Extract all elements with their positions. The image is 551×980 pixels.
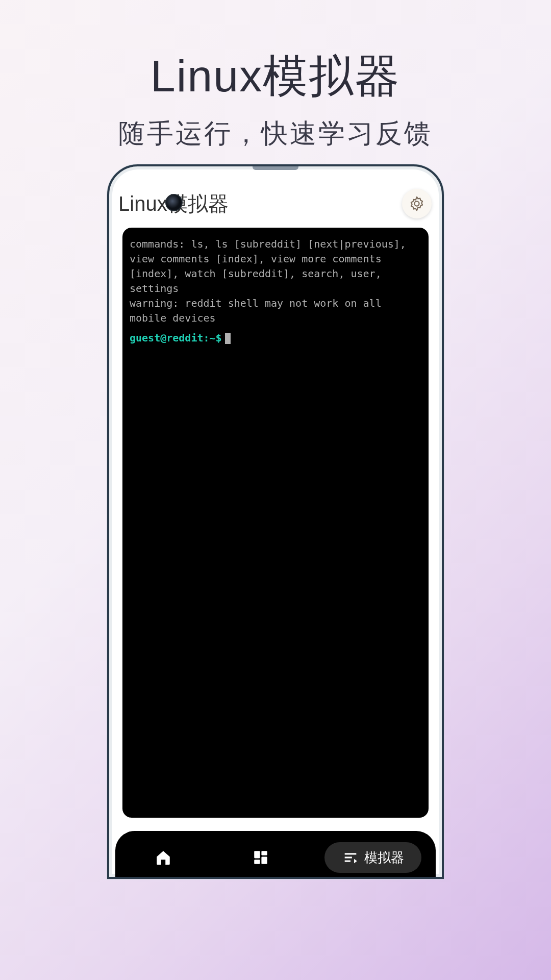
- phone-camera: [165, 194, 183, 211]
- svg-rect-1: [254, 851, 260, 858]
- svg-point-0: [414, 201, 419, 206]
- app-bar: Linux模拟器: [115, 186, 436, 222]
- terminal-window[interactable]: commands: ls, ls [subreddit] [next|previ…: [122, 228, 429, 818]
- home-icon: [155, 849, 172, 866]
- gear-icon: [408, 195, 425, 212]
- terminal-commands-text: commands: ls, ls [subreddit] [next|previ…: [130, 237, 421, 296]
- nav-home[interactable]: [130, 842, 196, 873]
- phone-speaker: [253, 166, 298, 170]
- terminal-cursor: [225, 333, 231, 344]
- settings-button[interactable]: [402, 189, 432, 218]
- bottom-nav: 模拟器: [115, 831, 436, 879]
- emulator-icon: [342, 849, 359, 866]
- dashboard-icon: [252, 849, 269, 866]
- nav-emulator[interactable]: 模拟器: [324, 842, 421, 873]
- svg-rect-2: [261, 851, 267, 855]
- nav-dashboard[interactable]: [227, 842, 294, 873]
- terminal-prompt: guest@reddit:~$: [130, 331, 222, 346]
- hero-title: Linux模拟器: [0, 46, 551, 107]
- hero-subtitle: 随手运行，快速学习反馈: [0, 116, 551, 152]
- svg-rect-3: [254, 860, 260, 864]
- terminal-warning-text: warning: reddit shell may not work on al…: [130, 296, 421, 326]
- phone-frame: Linux模拟器 commands: ls, ls [subreddit] [n…: [107, 164, 444, 879]
- svg-rect-4: [261, 857, 267, 864]
- terminal-prompt-line[interactable]: guest@reddit:~$: [130, 331, 421, 346]
- hero-header: Linux模拟器 随手运行，快速学习反馈: [0, 0, 551, 152]
- nav-emulator-label: 模拟器: [364, 849, 404, 867]
